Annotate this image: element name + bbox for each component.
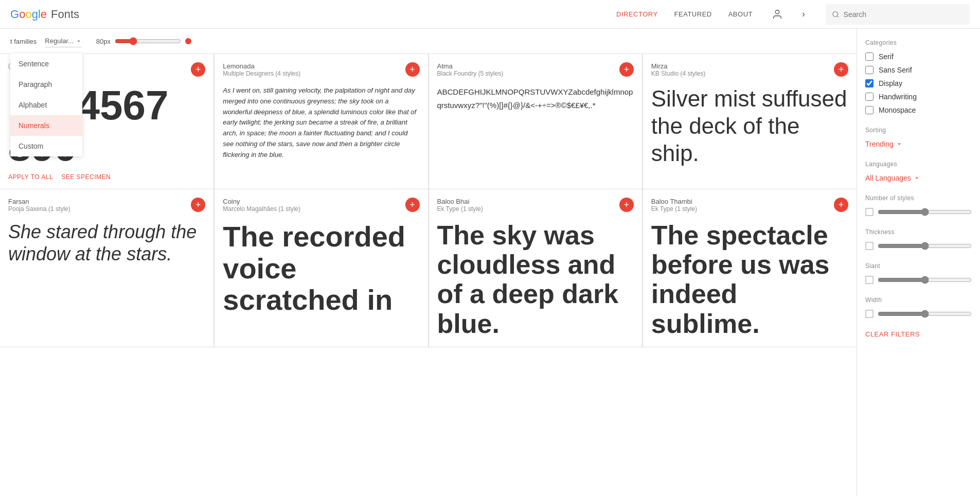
- font-info: Lemonada Multiple Designers (4 styles): [223, 62, 300, 77]
- font-card-coiny: Coiny Marcelo Magalhães (1 style) + The …: [214, 189, 428, 347]
- svg-point-1: [833, 11, 838, 16]
- font-preview: The sky was cloudless and of a deep dark…: [437, 221, 634, 339]
- number-styles-slider[interactable]: [878, 208, 972, 216]
- font-designer: KB Studio (4 styles): [651, 70, 705, 77]
- sorting-section: Sorting Trending: [865, 127, 972, 148]
- font-designer: Pooja Saxena (1 style): [8, 205, 70, 212]
- card-header: Atma Black Foundry (5 styles) +: [437, 62, 634, 77]
- card-header: Coiny Marcelo Magalhães (1 style) +: [223, 198, 419, 212]
- width-slider[interactable]: [878, 310, 972, 318]
- checkbox-sans-serif[interactable]: Sans Serif: [865, 66, 972, 74]
- width-section: Width: [865, 296, 972, 318]
- serif-label: Serif: [879, 52, 894, 61]
- font-card-mirza: Mirza KB Studio (4 styles) + Silver mist…: [643, 54, 857, 189]
- monospace-checkbox[interactable]: [865, 106, 874, 114]
- width-label: Width: [865, 296, 972, 304]
- dropdown-alphabet[interactable]: Alphabet: [10, 95, 82, 115]
- monospace-label: Monospace: [879, 106, 916, 114]
- font-designer: Marcelo Magalhães (1 style): [223, 205, 300, 212]
- size-control: 80px: [90, 37, 191, 45]
- slant-slider[interactable]: [878, 276, 972, 284]
- checkbox-display[interactable]: Display: [865, 79, 972, 87]
- display-checkbox[interactable]: [865, 79, 874, 87]
- add-font-button[interactable]: +: [191, 198, 205, 212]
- header: Google Fonts DIRECTORY FEATURED ABOUT ›: [0, 0, 980, 29]
- font-name: Atma: [437, 62, 504, 70]
- add-font-button[interactable]: +: [405, 62, 420, 77]
- languages-chevron-icon: [913, 174, 920, 182]
- font-designer: Ek Type (1 style): [437, 205, 483, 212]
- dropdown-sentence[interactable]: Sentence: [10, 54, 82, 74]
- profile-icon[interactable]: [769, 6, 786, 23]
- svg-point-0: [775, 10, 779, 13]
- see-specimen-link[interactable]: SEE SPECIMEN: [61, 173, 111, 181]
- font-info: Baloo Bhai Ek Type (1 style): [437, 198, 483, 212]
- size-slider-thumb: [185, 38, 191, 44]
- nav-directory[interactable]: DIRECTORY: [616, 10, 658, 18]
- display-label: Display: [879, 79, 902, 87]
- size-value: 80px: [90, 38, 111, 45]
- preview-type-dropdown[interactable]: Sentence Paragraph Alphabet Numerals Cus…: [10, 54, 82, 156]
- card-header: Baloo Bhai Ek Type (1 style) +: [437, 198, 634, 212]
- add-font-button[interactable]: +: [834, 62, 848, 77]
- sorting-select[interactable]: Trending: [865, 140, 972, 148]
- font-grid-row2: Farsan Pooja Saxena (1 style) + She star…: [0, 189, 857, 347]
- search-input[interactable]: [844, 10, 964, 19]
- dropdown-paragraph[interactable]: Paragraph: [10, 74, 82, 95]
- font-count: t families: [10, 38, 37, 45]
- handwriting-checkbox[interactable]: [865, 93, 874, 101]
- checkbox-serif[interactable]: Serif: [865, 52, 972, 61]
- thickness-section: Thickness: [865, 228, 972, 250]
- font-card-baloo-bhai: Baloo Bhai Ek Type (1 style) + The sky w…: [429, 189, 643, 347]
- dropdown-chevron-icon: [76, 38, 82, 44]
- slant-row: [865, 276, 972, 284]
- checkbox-monospace[interactable]: Monospace: [865, 106, 972, 114]
- add-font-button[interactable]: +: [619, 62, 634, 77]
- nav-chevron-icon[interactable]: ›: [802, 9, 805, 20]
- add-font-button[interactable]: +: [619, 198, 634, 212]
- logo: Google Fonts: [10, 8, 79, 21]
- font-preview: Silver mist suffused the deck of the shi…: [651, 85, 848, 167]
- thickness-checkbox[interactable]: [865, 242, 874, 250]
- font-designer: Black Foundry (5 styles): [437, 70, 504, 77]
- add-font-button[interactable]: +: [405, 198, 420, 212]
- font-name: Baloo Thambi: [651, 198, 697, 205]
- apply-to-all-link[interactable]: APPLY TO ALL: [8, 173, 53, 181]
- add-font-button[interactable]: +: [834, 198, 848, 212]
- card-header: Farsan Pooja Saxena (1 style) +: [8, 198, 205, 212]
- checkbox-handwriting[interactable]: Handwriting: [865, 93, 972, 101]
- preview-type-selector[interactable]: Regular...: [45, 35, 82, 47]
- number-of-styles-label: Number of styles: [865, 194, 972, 202]
- font-name: Baloo Bhai: [437, 198, 483, 205]
- size-slider[interactable]: [115, 37, 181, 45]
- width-checkbox[interactable]: [865, 310, 874, 318]
- sorting-chevron-icon: [896, 140, 903, 148]
- sorting-label: Sorting: [865, 127, 972, 134]
- font-name: Lemonada: [223, 62, 300, 70]
- font-preview: The spectacle before us was indeed subli…: [651, 221, 848, 339]
- main-container: Sentence Paragraph Alphabet Numerals Cus…: [0, 29, 980, 496]
- slant-checkbox[interactable]: [865, 276, 874, 284]
- sans-serif-checkbox[interactable]: [865, 66, 874, 74]
- width-row: [865, 310, 972, 318]
- font-name: Mirza: [651, 62, 705, 70]
- nav-about[interactable]: ABOUT: [728, 10, 753, 18]
- clear-filters-button[interactable]: CLEAR FILTERS: [865, 330, 972, 338]
- fonts-wordmark: Fonts: [51, 8, 79, 21]
- languages-section: Languages All Languages: [865, 161, 972, 182]
- languages-select[interactable]: All Languages: [865, 174, 972, 182]
- serif-checkbox[interactable]: [865, 52, 874, 61]
- languages-value: All Languages: [865, 174, 911, 182]
- add-font-button[interactable]: +: [191, 62, 205, 77]
- thickness-slider[interactable]: [878, 242, 972, 250]
- dropdown-numerals[interactable]: Numerals: [10, 115, 82, 136]
- content-area: Sentence Paragraph Alphabet Numerals Cus…: [0, 29, 857, 496]
- nav-featured[interactable]: FEATURED: [674, 10, 712, 18]
- dropdown-custom[interactable]: Custom: [10, 136, 82, 156]
- font-card-baloo-thambi: Baloo Thambi Ek Type (1 style) + The spe…: [643, 189, 857, 347]
- card-header: Mirza KB Studio (4 styles) +: [651, 62, 848, 77]
- number-styles-checkbox[interactable]: [865, 208, 874, 216]
- preview-type-label: Regular...: [45, 37, 74, 45]
- font-card-farsan: Farsan Pooja Saxena (1 style) + She star…: [0, 189, 214, 347]
- slant-label: Slant: [865, 262, 972, 270]
